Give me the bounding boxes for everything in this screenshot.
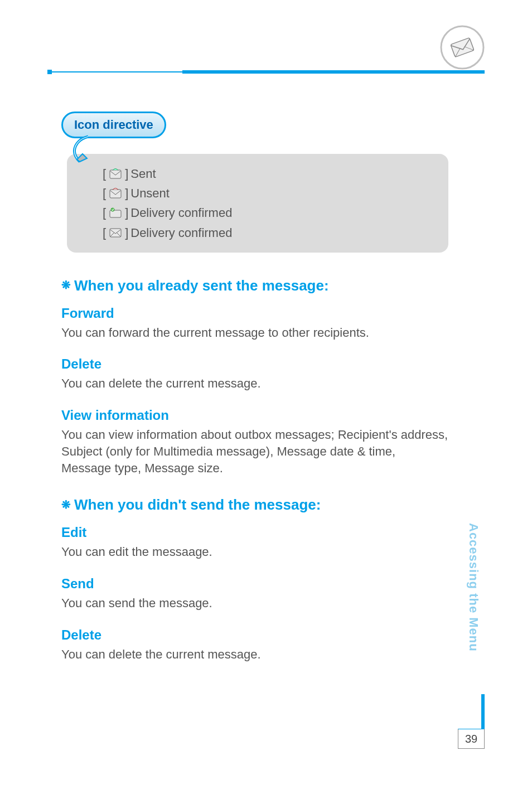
icon-list-item: [ ] Unsent — [100, 183, 432, 203]
snowflake-icon: ❋ — [61, 498, 71, 511]
section-heading-text: When you already sent the message: — [74, 277, 329, 294]
envelope-badge-icon — [440, 25, 485, 70]
body-text: You can edit the messaage. — [61, 544, 448, 560]
sub-heading: Edit — [61, 525, 448, 540]
section-heading: ❋ When you already sent the message: — [61, 277, 448, 294]
sub-heading: Delete — [61, 627, 448, 643]
svg-rect-1 — [451, 38, 474, 57]
callout-arrow-icon — [66, 134, 105, 175]
body-text: You can view information about outbox me… — [61, 427, 448, 476]
icon-label: Sent — [130, 164, 156, 183]
svg-rect-4 — [110, 190, 121, 198]
body-text: You can delete the current message. — [61, 646, 448, 663]
section-heading-text: When you didn't send the message: — [74, 496, 321, 514]
icon-list-item: [ ] Delivery confirmed — [100, 223, 432, 243]
side-section-label: Accessing the Menu — [466, 523, 481, 652]
icon-list-item: [ ] Delivery confirmed — [100, 203, 432, 222]
page-number-accent — [481, 694, 485, 729]
icon-label: Unsent — [130, 183, 170, 203]
callout-label: Icon directive — [74, 118, 153, 132]
header-divider — [47, 70, 485, 74]
unsent-icon — [109, 188, 122, 199]
body-text: You can send the message. — [61, 595, 448, 612]
sub-heading: View information — [61, 408, 448, 423]
sub-heading: Send — [61, 576, 448, 592]
sub-heading: Delete — [61, 356, 448, 372]
body-text: You can forward the current message to o… — [61, 325, 448, 341]
page-number-text: 39 — [465, 733, 477, 745]
snowflake-icon: ❋ — [61, 278, 71, 292]
body-text: You can delete the current message. — [61, 375, 448, 392]
delivery-confirmed-icon — [109, 207, 122, 219]
page-number: 39 — [458, 729, 485, 749]
svg-rect-7 — [110, 229, 121, 237]
delivery-confirmed-alt-icon — [109, 227, 122, 238]
icon-directive-panel: [ ] Sent [ ] Unsent [ ] Delivery confirm… — [67, 154, 448, 253]
icon-label: Delivery confirmed — [130, 223, 232, 243]
icon-label: Delivery confirmed — [130, 203, 232, 222]
icon-list-item: [ ] Sent — [100, 164, 432, 183]
svg-marker-2 — [77, 154, 87, 162]
svg-rect-3 — [110, 170, 121, 178]
svg-rect-5 — [110, 210, 121, 217]
sent-icon — [109, 168, 122, 180]
section-heading: ❋ When you didn't send the message: — [61, 496, 448, 514]
sub-heading: Forward — [61, 306, 448, 321]
